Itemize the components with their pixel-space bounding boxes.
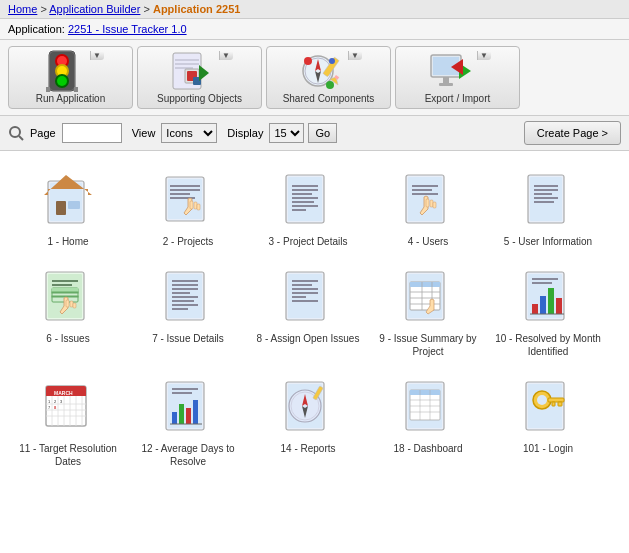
page-label-9: 9 - Issue Summary by Project — [372, 332, 484, 358]
svg-line-35 — [19, 136, 23, 140]
display-select[interactable]: 10 15 25 50 — [269, 123, 304, 143]
create-page-button[interactable]: Create Page > — [524, 121, 621, 145]
svg-rect-142 — [172, 392, 192, 394]
app-title-prefix: Application: — [8, 23, 65, 35]
page-label-12: 12 - Average Days to Resolve — [132, 442, 244, 468]
svg-rect-45 — [170, 193, 190, 195]
svg-rect-71 — [534, 193, 552, 195]
page-item-1[interactable]: 1 - Home — [8, 159, 128, 256]
svg-rect-119 — [556, 298, 562, 314]
svg-rect-53 — [292, 189, 318, 191]
breadcrumb-builder[interactable]: Application Builder — [49, 3, 140, 15]
page-label-5: 5 - User Information — [504, 235, 592, 248]
svg-rect-39 — [56, 201, 66, 215]
svg-rect-158 — [410, 390, 440, 395]
page-icon-9 — [396, 264, 460, 328]
svg-point-167 — [537, 395, 547, 405]
page-label-14: 14 - Reports — [280, 442, 335, 455]
page-item-4[interactable]: 4 - Users — [368, 159, 488, 256]
svg-rect-80 — [52, 292, 78, 293]
run-application-arrow[interactable]: ▼ — [90, 51, 104, 60]
svg-rect-66 — [433, 202, 436, 208]
page-item-12[interactable]: 12 - Average Days to Resolve — [128, 366, 248, 476]
go-button[interactable]: Go — [308, 123, 337, 143]
breadcrumb-current: Application 2251 — [153, 3, 240, 15]
app-title-link[interactable]: 2251 - Issue Tracker 1.0 — [68, 23, 187, 35]
breadcrumb-home[interactable]: Home — [8, 3, 37, 15]
svg-rect-61 — [412, 185, 438, 187]
page-item-9[interactable]: 9 - Issue Summary by Project — [368, 256, 488, 366]
page-item-6[interactable]: 6 - Issues — [8, 256, 128, 366]
shared-components-arrow[interactable]: ▼ — [348, 51, 362, 60]
run-application-button[interactable]: ▼ Run Application — [8, 46, 133, 109]
page-item-101[interactable]: 101 - Login — [488, 366, 608, 476]
page-icon-14 — [276, 374, 340, 438]
display-label: Display — [227, 127, 263, 139]
svg-rect-65 — [430, 200, 433, 207]
page-grid: 1 - Home 2 - Projects 3 - Project Detail… — [0, 151, 629, 484]
svg-rect-100 — [292, 292, 318, 294]
page-label-6: 6 - Issues — [46, 332, 89, 345]
svg-rect-70 — [534, 189, 558, 191]
page-item-5[interactable]: 5 - User Information — [488, 159, 608, 256]
svg-point-27 — [329, 58, 335, 64]
export-import-arrow[interactable]: ▼ — [477, 51, 491, 60]
export-import-button[interactable]: ▼ Export / Import — [395, 46, 520, 109]
svg-rect-143 — [172, 412, 177, 424]
svg-rect-106 — [410, 282, 440, 287]
page-item-11[interactable]: MARCH 1 2 3 7 8 11 - Target Resolution D… — [8, 366, 128, 476]
page-label-4: 4 - Users — [408, 235, 449, 248]
svg-rect-73 — [534, 201, 554, 203]
page-item-18[interactable]: 18 - Dashboard — [368, 366, 488, 476]
page-input[interactable] — [62, 123, 122, 143]
svg-rect-8 — [46, 87, 50, 92]
svg-rect-56 — [292, 201, 314, 203]
svg-rect-168 — [548, 398, 564, 402]
run-application-label: Run Application — [36, 93, 106, 104]
page-item-10[interactable]: 10 - Resolved by Month Identified — [488, 256, 608, 366]
page-controls: Page View Icons Details Edit Display 10 … — [0, 116, 629, 151]
svg-rect-114 — [532, 278, 558, 280]
svg-point-25 — [304, 57, 312, 65]
svg-rect-115 — [532, 282, 552, 284]
svg-rect-170 — [552, 402, 555, 406]
page-label-8: 8 - Assign Open Issues — [257, 332, 360, 345]
svg-rect-58 — [292, 209, 306, 211]
supporting-objects-button[interactable]: ▼ Supporting Objects — [137, 46, 262, 109]
svg-rect-88 — [172, 284, 198, 286]
svg-rect-63 — [412, 193, 438, 195]
page-label-10: 10 - Resolved by Month Identified — [492, 332, 604, 358]
svg-rect-57 — [292, 205, 318, 207]
svg-rect-99 — [292, 288, 318, 290]
svg-rect-83 — [70, 301, 73, 307]
svg-rect-102 — [292, 300, 318, 302]
svg-rect-97 — [292, 280, 318, 282]
page-icon-18 — [396, 374, 460, 438]
page-item-2[interactable]: 2 - Projects — [128, 159, 248, 256]
supporting-objects-arrow[interactable]: ▼ — [219, 51, 233, 60]
page-icon-6 — [36, 264, 100, 328]
svg-rect-82 — [66, 300, 69, 307]
view-select[interactable]: Icons Details Edit — [161, 123, 217, 143]
svg-rect-64 — [426, 199, 429, 207]
svg-rect-116 — [532, 304, 538, 314]
page-icon-1 — [36, 167, 100, 231]
shared-components-label: Shared Components — [283, 93, 375, 104]
page-icon-7 — [156, 264, 220, 328]
svg-rect-69 — [534, 185, 558, 187]
page-item-3[interactable]: 3 - Project Details — [248, 159, 368, 256]
page-item-7[interactable]: 7 - Issue Details — [128, 256, 248, 366]
svg-rect-31 — [439, 83, 453, 86]
page-item-8[interactable]: 8 - Assign Open Issues — [248, 256, 368, 366]
shared-components-button[interactable]: ▼ Shared Components — [266, 46, 391, 109]
svg-rect-72 — [534, 197, 558, 199]
svg-rect-92 — [172, 300, 194, 302]
svg-rect-146 — [193, 400, 198, 424]
svg-rect-48 — [194, 202, 197, 209]
svg-point-26 — [326, 81, 334, 89]
toolbar: ▼ Run Application — [0, 40, 629, 116]
svg-rect-90 — [172, 292, 190, 294]
page-icon-5 — [516, 167, 580, 231]
page-item-14[interactable]: 14 - Reports — [248, 366, 368, 476]
svg-rect-47 — [190, 201, 193, 209]
